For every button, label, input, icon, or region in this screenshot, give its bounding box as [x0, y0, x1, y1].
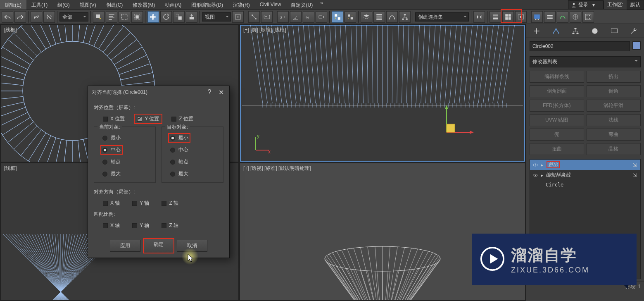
manipulate-icon[interactable] — [248, 11, 260, 23]
close-button[interactable]: ✕ — [215, 87, 227, 98]
menu-edit[interactable]: 编辑(E) — [0, 0, 26, 10]
undo-icon[interactable] — [2, 11, 13, 23]
mod-btn-twist[interactable]: 扭曲 — [530, 143, 584, 155]
pin-icon[interactable]: ⇲ — [633, 162, 638, 168]
render-last-icon[interactable] — [582, 11, 594, 23]
scale-x-checkbox[interactable]: X 轴 — [103, 222, 120, 229]
scale-z-checkbox[interactable]: Z 轴 — [162, 222, 178, 229]
mirror-icon[interactable] — [473, 11, 485, 23]
pin-icon[interactable]: ⇲ — [633, 172, 638, 178]
current-max-radio[interactable]: 最大 — [102, 170, 151, 177]
snap-move-icon[interactable]: 3 — [277, 11, 289, 23]
current-center-radio[interactable]: 中心 — [102, 146, 151, 153]
menu-tool[interactable]: 工具(T) — [26, 0, 52, 10]
align-icon[interactable] — [332, 11, 343, 23]
render-prod-icon[interactable] — [531, 11, 543, 23]
rotate-icon[interactable] — [160, 11, 172, 23]
select-rect-icon[interactable] — [119, 11, 130, 23]
motion-tab-icon[interactable] — [590, 26, 600, 36]
expand-icon[interactable]: ▸ — [540, 172, 544, 178]
current-min-radio[interactable]: 最小 — [102, 134, 151, 141]
select-object-icon[interactable] — [93, 11, 105, 23]
mod-btn-uvwmap[interactable]: UVW 贴图 — [530, 114, 584, 126]
menu-view[interactable]: 视图(V) — [75, 0, 101, 10]
help-button[interactable]: ? — [204, 87, 215, 97]
y-axis-checkbox[interactable]: Y 轴 — [132, 200, 149, 207]
named-selection-combo[interactable]: 创建选择集 — [415, 12, 469, 22]
scale-icon[interactable] — [173, 11, 185, 23]
render-setup-icon[interactable] — [502, 11, 514, 23]
render-frame-icon[interactable] — [515, 11, 527, 23]
snap-spinner-icon[interactable] — [316, 11, 327, 23]
select-name-icon[interactable] — [106, 11, 117, 23]
curve-editor-icon[interactable] — [386, 11, 398, 23]
workspace-selector[interactable]: 默认 — [627, 0, 644, 10]
render-iter-icon[interactable] — [544, 11, 556, 23]
menu-graph[interactable]: 图形编辑器(D) — [186, 0, 228, 10]
mod-btn-extrude[interactable]: 挤出 — [587, 71, 641, 83]
material-editor-icon[interactable] — [490, 11, 501, 23]
z-axis-checkbox[interactable]: Z 轴 — [162, 200, 178, 207]
object-name-field[interactable]: Circle002 — [530, 41, 630, 51]
mod-btn-ffd[interactable]: FFD(长方体) — [530, 100, 584, 112]
mod-btn-editspline[interactable]: 编辑样条线 — [530, 71, 584, 83]
move-icon[interactable] — [147, 11, 159, 23]
keyboard-shortcut-icon[interactable] — [261, 11, 273, 23]
mod-btn-bend[interactable]: 弯曲 — [587, 129, 641, 141]
stack-item-extrude[interactable]: ▸ 挤出 ⇲ — [530, 160, 640, 170]
menu-render[interactable]: 渲染(R) — [228, 0, 255, 10]
snap-angle-icon[interactable] — [290, 11, 302, 23]
snap-percent-icon[interactable]: % — [303, 11, 314, 23]
mod-btn-turbosmooth[interactable]: 涡轮平滑 — [587, 100, 641, 112]
ref-coord-combo[interactable]: 视图 — [202, 12, 231, 22]
utilities-tab-icon[interactable] — [629, 26, 639, 36]
stack-item-circle[interactable]: Circle — [530, 180, 640, 189]
modifier-list-dropdown[interactable]: 修改器列表 — [530, 56, 641, 67]
display-tab-icon[interactable] — [609, 26, 619, 36]
placement-icon[interactable] — [186, 11, 197, 23]
menu-create[interactable]: 创建(C) — [101, 0, 128, 10]
current-pivot-radio[interactable]: 轴点 — [102, 158, 151, 165]
modify-tab-icon[interactable] — [551, 26, 561, 36]
expand-icon[interactable]: ▸ — [540, 162, 544, 168]
hierarchy-tab-icon[interactable] — [570, 26, 580, 36]
select-window-icon[interactable] — [131, 11, 143, 23]
quick-align-icon[interactable] — [345, 11, 356, 23]
mod-btn-shell[interactable]: 壳 — [530, 129, 584, 141]
x-position-checkbox[interactable]: X 位置 — [103, 115, 125, 122]
toggle-ribbon-icon[interactable] — [373, 11, 385, 23]
menu-anim[interactable]: 动画(A) — [160, 0, 186, 10]
x-axis-checkbox[interactable]: X 轴 — [103, 200, 120, 207]
eye-icon[interactable] — [532, 162, 538, 168]
y-position-checkbox[interactable]: Y 位置 — [134, 114, 162, 124]
mod-btn-lattice[interactable]: 晶格 — [587, 143, 641, 155]
object-color-swatch[interactable] — [632, 41, 641, 50]
pivot-center-icon[interactable] — [232, 11, 244, 23]
redo-icon[interactable] — [14, 11, 26, 23]
mod-btn-chamfer[interactable]: 倒角 — [587, 85, 641, 97]
create-tab-icon[interactable] — [532, 26, 542, 36]
ok-button[interactable]: 确定 — [143, 238, 174, 253]
link-icon[interactable] — [31, 11, 42, 23]
schematic-view-icon[interactable] — [399, 11, 411, 23]
target-min-radio[interactable]: 最小 — [170, 134, 219, 141]
target-max-radio[interactable]: 最大 — [170, 170, 219, 177]
target-pivot-radio[interactable]: 轴点 — [170, 158, 219, 165]
menu-more-icon[interactable]: » — [318, 0, 326, 10]
stack-item-editspline[interactable]: ▸ 编辑样条线 ⇲ — [530, 170, 640, 180]
login-button[interactable]: 登录 ▾ — [568, 0, 604, 9]
target-center-radio[interactable]: 中心 — [170, 146, 219, 153]
mod-btn-chamferprof[interactable]: 倒角剖面 — [530, 85, 584, 97]
menu-modifier[interactable]: 修改器(M) — [128, 0, 160, 10]
selection-filter-combo[interactable]: 全部 — [59, 12, 88, 22]
menu-group[interactable]: 组(G) — [52, 0, 74, 10]
mod-btn-normal[interactable]: 法线 — [587, 114, 641, 126]
menu-custom[interactable]: 自定义(U) — [286, 0, 318, 10]
cancel-button[interactable]: 取消 — [177, 240, 207, 252]
menu-civil[interactable]: Civil View — [255, 0, 286, 10]
viewport-front[interactable]: [+] [前] [标准] [线框] y x — [240, 25, 525, 162]
render-online-icon[interactable] — [570, 11, 581, 23]
eye-icon[interactable] — [532, 172, 538, 178]
layer-explorer-icon[interactable] — [361, 11, 372, 23]
unlink-icon[interactable] — [43, 11, 55, 23]
